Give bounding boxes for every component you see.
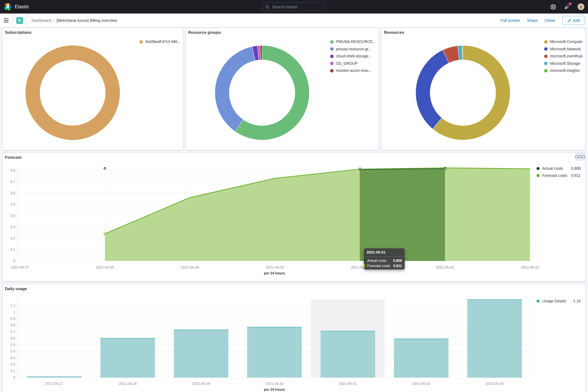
full-screen-button[interactable]: Full screen	[500, 18, 520, 23]
panel-options-icon[interactable]	[575, 153, 585, 161]
panel-subscriptions: Subscriptions 8c63bedf-67cf-496...	[2, 28, 183, 150]
svg-text:1.1: 1.1	[10, 304, 15, 308]
page-title: [Metricbeat Azure] Billing overview	[56, 18, 117, 23]
svg-text:0.3: 0.3	[10, 225, 15, 229]
legend-color-dot	[330, 40, 334, 44]
legend-item[interactable]: 8c63bedf-67cf-496...	[140, 40, 181, 44]
legend-label: monitor-azure-reso...	[336, 68, 372, 73]
legend-value: 0.811	[571, 174, 581, 178]
svg-text:0.6: 0.6	[10, 336, 15, 340]
panel-title: Forecast	[5, 155, 21, 160]
clone-button[interactable]: Clone	[545, 18, 555, 23]
search-icon	[265, 5, 269, 9]
svg-text:2021-04-28: 2021-04-28	[119, 382, 137, 386]
legend-item[interactable]: pmusa-resource-gr...	[330, 47, 376, 51]
svg-text:2021-05-03: 2021-05-03	[486, 382, 504, 386]
legend-color-dot	[140, 40, 143, 44]
panel-forecast: Forecast 2021-04-272021-04-282021-04-292…	[2, 152, 585, 282]
svg-text:0.4: 0.4	[10, 214, 15, 218]
legend-item[interactable]: monitor-azure-reso...	[330, 68, 376, 73]
avatar[interactable]: p	[578, 4, 584, 10]
edit-button[interactable]: Edit	[562, 16, 585, 25]
tooltip-title: 2021-05-01	[364, 248, 405, 257]
dashboard-page: Elastic	[0, 0, 588, 392]
svg-text:2021-05-03: 2021-05-03	[521, 266, 539, 269]
legend-item[interactable]: SD_GROUP	[330, 61, 376, 66]
legend-label: Actual costs	[542, 166, 569, 171]
svg-text:0.3: 0.3	[10, 356, 15, 360]
newsfeed-icon[interactable]	[564, 4, 570, 10]
chart-legend: Microsoft.ComputeMicrosoft.Networkmicros…	[544, 40, 583, 73]
panel-title: Resources	[384, 30, 404, 35]
legend-label: microsoft.eventhub	[550, 54, 583, 58]
brand-title: Elastic	[15, 4, 29, 10]
daily-usage-bar-chart[interactable]: 2021-04-272021-04-282021-04-292021-04-30…	[2, 284, 585, 392]
legend-color-dot	[537, 300, 540, 303]
svg-text:0.1: 0.1	[10, 248, 15, 252]
legend-label: microsoft.insights	[550, 68, 580, 73]
breadcrumb-dashboard[interactable]: Dashboard	[31, 18, 51, 23]
global-search[interactable]	[262, 2, 324, 11]
chart-legend: PMUSA-RESOURCE...pmusa-resource-gr...clo…	[330, 40, 376, 73]
legend-item[interactable]: Actual costs0.808	[537, 166, 581, 171]
resources-donut-chart[interactable]	[414, 44, 512, 142]
svg-text:0.2: 0.2	[10, 362, 15, 366]
legend-item[interactable]: PMUSA-RESOURCE...	[330, 40, 376, 44]
svg-text:0.5: 0.5	[10, 343, 15, 347]
legend-item[interactable]: microsoft.eventhub	[544, 54, 583, 58]
legend-color-dot	[544, 69, 548, 72]
panel-daily-usage: Daily usage 2021-04-272021-04-282021-04-…	[2, 284, 585, 392]
dashboard-app-badge[interactable]: D	[16, 17, 23, 24]
svg-text:0.6: 0.6	[10, 191, 15, 195]
subscriptions-donut-chart[interactable]	[24, 44, 122, 142]
legend-item[interactable]: Microsoft.Storage	[544, 61, 583, 66]
panel-title: Subscriptions	[5, 30, 31, 35]
legend-color-dot	[537, 167, 540, 170]
legend-item[interactable]: Microsoft.Network	[544, 47, 583, 51]
notification-badge	[569, 2, 572, 5]
share-button[interactable]: Share	[527, 18, 538, 23]
svg-text:2021-04-30: 2021-04-30	[265, 382, 284, 386]
svg-text:per 24 hours: per 24 hours	[264, 388, 285, 392]
legend-label: Usage Details	[542, 299, 571, 303]
legend-color-dot	[544, 62, 548, 65]
svg-text:2021-05-01: 2021-05-01	[339, 382, 357, 386]
forecast-area-chart[interactable]: 2021-04-272021-04-282021-04-292021-04-30…	[2, 153, 585, 281]
legend-item[interactable]: Microsoft.Compute	[544, 40, 583, 44]
svg-text:2021-05-02: 2021-05-02	[436, 266, 454, 269]
legend-item[interactable]: Usage Details1.19	[537, 299, 581, 303]
legend-value: 0.808	[571, 166, 581, 171]
tooltip-row: Forecast costs 0.811	[364, 263, 405, 268]
series-color-bar	[364, 258, 365, 262]
legend-item[interactable]: cloud-shell-storage...	[330, 54, 376, 58]
chart-legend: Usage Details1.19	[537, 299, 581, 303]
help-icon[interactable]	[550, 4, 556, 10]
breadcrumb-separator: /	[53, 18, 54, 23]
search-input[interactable]	[272, 4, 319, 9]
svg-text:1: 1	[13, 310, 15, 314]
legend-color-dot	[330, 69, 334, 72]
svg-text:0.9: 0.9	[10, 317, 15, 321]
legend-label: cloud-shell-storage...	[336, 54, 372, 58]
legend-label: PMUSA-RESOURCE...	[336, 40, 376, 44]
svg-text:2021-04-27: 2021-04-27	[45, 382, 63, 386]
svg-text:0.7: 0.7	[10, 330, 15, 334]
legend-color-dot	[537, 174, 540, 177]
legend-color-dot	[330, 47, 334, 51]
svg-text:0.4: 0.4	[10, 349, 15, 353]
menu-icon[interactable]	[4, 14, 12, 27]
panel-title: Resource groups	[188, 30, 221, 35]
panel-title: Daily usage	[5, 286, 27, 291]
toolbar-divider	[26, 14, 27, 27]
legend-label: Microsoft.Network	[550, 47, 581, 51]
legend-item[interactable]: Forecast costs0.811	[537, 174, 581, 178]
svg-text:2021-04-29: 2021-04-29	[181, 266, 199, 269]
resource-groups-donut-chart[interactable]	[213, 44, 311, 142]
svg-text:0.7: 0.7	[10, 180, 15, 184]
legend-color-dot	[544, 40, 548, 44]
svg-text:0.8: 0.8	[10, 323, 15, 327]
elastic-logo-icon[interactable]	[4, 3, 12, 11]
svg-text:0: 0	[13, 376, 15, 380]
legend-item[interactable]: microsoft.insights	[544, 68, 583, 73]
tooltip-row: Actual costs 0.808	[364, 258, 405, 263]
